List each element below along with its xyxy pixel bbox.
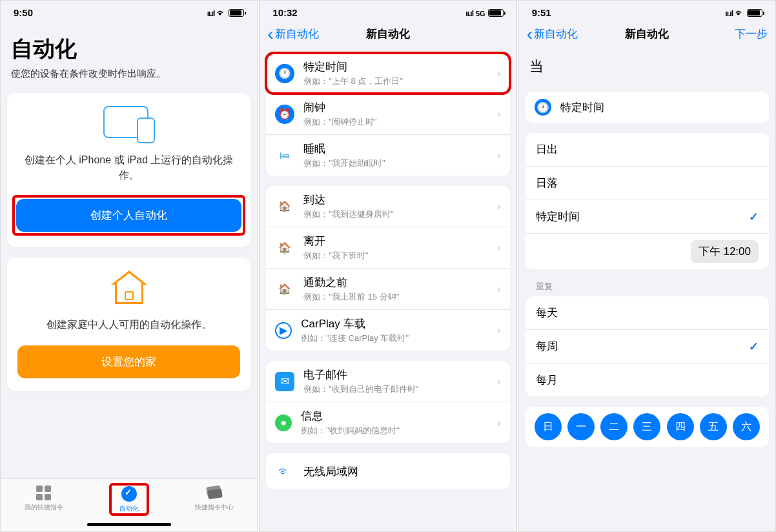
- repeat-label: 每周: [536, 339, 558, 354]
- repeat-weekly[interactable]: 每周 ✓: [526, 330, 769, 363]
- row-sleep[interactable]: 🛏 睡眠例如："我开始助眠时" ›: [266, 135, 509, 176]
- tab-automation[interactable]: 自动化: [110, 484, 148, 515]
- create-personal-button[interactable]: 创建个人自动化: [16, 199, 241, 232]
- row-title: 电子邮件: [303, 367, 488, 382]
- personal-automation-card: 创建在个人 iPhone 或 iPad 上运行的自动化操作。 创建个人自动化: [7, 93, 250, 247]
- home-automation-card: 创建家庭中人人可用的自动化操作。 设置您的家: [7, 258, 250, 391]
- row-arrive[interactable]: 🏠 到达例如："我到达健身房时" ›: [266, 186, 509, 227]
- back-button[interactable]: 新自动化: [527, 26, 578, 41]
- battery-icon: [229, 9, 244, 17]
- row-title: CarPlay 车载: [301, 316, 488, 331]
- row-subtitle: 例如："我到达健身房时": [303, 209, 488, 220]
- chevron-icon: ›: [497, 376, 500, 387]
- chevron-icon: ›: [497, 242, 500, 254]
- row-carplay[interactable]: ▶ CarPlay 车载例如："连接 CarPlay 车载时" ›: [266, 310, 509, 351]
- home-indicator: [87, 523, 171, 526]
- row-title: 闹钟: [303, 100, 488, 115]
- wifi-icon: [735, 7, 744, 18]
- check-icon: ✓: [749, 210, 759, 224]
- 5g-icon: [476, 7, 485, 18]
- nav-title: 新自动化: [625, 26, 669, 41]
- repeat-label: 每天: [536, 305, 558, 320]
- chevron-icon: ›: [497, 417, 500, 429]
- selected-trigger-label: 特定时间: [560, 100, 604, 115]
- day-wed[interactable]: 三: [633, 413, 660, 440]
- alarm-icon: ⏰: [275, 105, 294, 124]
- automation-icon: [121, 486, 138, 502]
- status-bar: 10:32: [260, 1, 516, 21]
- status-icons: [725, 7, 762, 18]
- wifi-icon: [217, 7, 226, 18]
- row-alarm[interactable]: ⏰ 闹钟例如："闹钟停止时" ›: [266, 94, 509, 135]
- row-commute[interactable]: 🏠 通勤之前例如："我上班前 15 分钟" ›: [266, 269, 509, 310]
- day-sat[interactable]: 六: [733, 413, 760, 440]
- repeat-monthly[interactable]: 每月: [526, 363, 769, 396]
- status-time: 9:50: [14, 7, 33, 18]
- option-specific-time[interactable]: 特定时间 ✓: [526, 200, 769, 234]
- screen-new-automation-list: 10:32 新自动化 新自动化 🕐 特定时间 例如："上午 8 点，工作日" ›…: [259, 0, 516, 532]
- personal-card-text: 创建在个人 iPhone 或 iPad 上运行的自动化操作。: [17, 152, 240, 183]
- chevron-icon: ›: [497, 325, 500, 336]
- time-options-group: 日出 日落 特定时间 ✓ 下午 12:00: [526, 133, 769, 269]
- setup-home-button[interactable]: 设置您的家: [17, 345, 240, 378]
- row-subtitle: 例如："上午 8 点，工作日": [303, 76, 488, 87]
- day-selector: 日 一 二 三 四 五 六: [526, 407, 769, 447]
- home-card-text: 创建家庭中人人可用的自动化操作。: [17, 317, 240, 332]
- next-button[interactable]: 下一步: [735, 26, 768, 41]
- option-label: 日落: [536, 176, 558, 190]
- repeat-section-label: 重复: [519, 269, 775, 296]
- day-sun[interactable]: 日: [535, 413, 562, 440]
- battery-icon: [488, 9, 504, 17]
- time-value[interactable]: 下午 12:00: [691, 240, 759, 263]
- row-specific-time[interactable]: 🕐 特定时间 例如："上午 8 点，工作日" ›: [266, 53, 509, 94]
- back-button[interactable]: 新自动化: [267, 26, 318, 41]
- time-picker-row[interactable]: 下午 12:00: [526, 234, 769, 269]
- mail-icon: ✉: [275, 372, 294, 391]
- day-pills-row: 日 一 二 三 四 五 六: [526, 407, 769, 447]
- when-label: 当: [519, 46, 775, 81]
- option-sunset[interactable]: 日落: [526, 167, 769, 200]
- row-subtitle: 例如："我开始助眠时": [303, 158, 488, 169]
- chevron-icon: ›: [497, 108, 500, 120]
- chevron-icon: ›: [497, 150, 500, 161]
- row-title: 离开: [303, 234, 488, 249]
- time-trigger-group: 🕐 特定时间 例如："上午 8 点，工作日" ›: [266, 53, 509, 94]
- commute-icon: 🏠: [275, 280, 294, 299]
- back-label: 新自动化: [275, 26, 319, 41]
- row-subtitle: 例如："闹钟停止时": [303, 116, 488, 128]
- row-email[interactable]: ✉ 电子邮件例如："收到自己的电子邮件时" ›: [266, 361, 509, 402]
- row-message[interactable]: ● 信息例如："收到妈妈的信息时" ›: [266, 402, 509, 443]
- clock-icon: 🕐: [275, 64, 294, 83]
- tab-shortcuts[interactable]: 我的快捷指令: [25, 484, 63, 512]
- day-tue[interactable]: 二: [600, 413, 628, 440]
- row-title: 信息: [301, 409, 488, 424]
- layers-icon: [206, 484, 223, 501]
- repeat-daily[interactable]: 每天: [526, 296, 769, 330]
- option-sunrise[interactable]: 日出: [526, 133, 769, 167]
- repeat-group: 每天 每周 ✓ 每月: [526, 296, 769, 396]
- tab-automation-label: 自动化: [119, 504, 139, 513]
- screen-automation-home: 9:50 自动化 使您的设备在条件改变时作出响应。 创建在个人 iPhone 或…: [0, 0, 258, 532]
- signal-icon: [465, 7, 473, 18]
- chevron-icon: ›: [497, 283, 500, 295]
- day-fri[interactable]: 五: [700, 413, 727, 440]
- status-time: 9:51: [532, 7, 551, 18]
- nav-title: 新自动化: [366, 26, 410, 41]
- day-thu[interactable]: 四: [667, 413, 694, 440]
- clock-icon: 🕐: [535, 99, 551, 116]
- signal-icon: [725, 7, 733, 18]
- day-mon[interactable]: 一: [567, 413, 595, 440]
- row-title: 特定时间: [303, 59, 488, 74]
- highlight-box: 创建个人自动化: [14, 196, 244, 234]
- repeat-label: 每月: [536, 373, 558, 387]
- wifi-row-icon: ᯤ: [275, 462, 294, 481]
- row-wifi[interactable]: ᯤ 无线局域网: [266, 453, 509, 489]
- page-title: 自动化: [11, 34, 247, 64]
- tab-gallery[interactable]: 快捷指令中心: [195, 484, 234, 512]
- selected-trigger-row: 🕐 特定时间: [526, 92, 769, 123]
- option-label: 特定时间: [536, 209, 580, 224]
- row-leave[interactable]: 🏠 离开例如："我下班时" ›: [266, 227, 509, 269]
- comm-group: ✉ 电子邮件例如："收到自己的电子邮件时" › ● 信息例如："收到妈妈的信息时…: [266, 361, 509, 443]
- status-time: 10:32: [272, 7, 297, 18]
- row-title: 到达: [303, 192, 488, 207]
